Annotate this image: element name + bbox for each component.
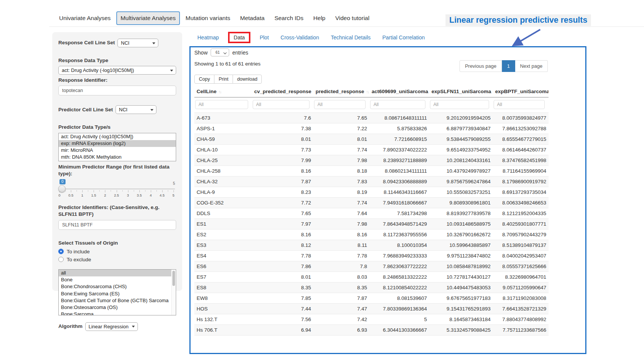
- tissue-option-bone-chondrosarcoma-chs[interactable]: Bone:Chondrosarcoma (CHS): [59, 283, 176, 290]
- table-row: CHLA-327.877.838.094233068888899.8756759…: [194, 176, 549, 187]
- data-type-option-mth[interactable]: mth: DNA 850K Methylation: [59, 154, 176, 161]
- next-page-button[interactable]: Next page: [515, 60, 548, 72]
- column-header-predicted-response[interactable]: predicted_response↑↓: [313, 86, 369, 97]
- column-filter-input[interactable]: [430, 100, 489, 109]
- cell-value: 7.86434948571429: [369, 219, 429, 229]
- slider-tick-label: 1.5: [91, 193, 96, 197]
- radio-icon[interactable]: [58, 249, 64, 254]
- radio-option-to-exclude[interactable]: To exclude: [58, 257, 176, 262]
- cell-value: 7.8: [313, 261, 369, 272]
- chevron-down-icon: [150, 109, 153, 111]
- page-number-button[interactable]: 1: [502, 60, 515, 72]
- slider-tick: [145, 190, 145, 192]
- download-button[interactable]: download: [233, 75, 262, 84]
- slider-tick: [139, 190, 140, 192]
- tissue-option-bone-sarcoma[interactable]: Bone:Sarcoma: [59, 311, 176, 315]
- response-data-type-select[interactable]: act: Drug Activity (-log10[IC50M]): [58, 66, 176, 75]
- column-header-cellline[interactable]: CellLine↑↓: [194, 86, 252, 97]
- cell-value: 8.81939277839578: [429, 208, 493, 219]
- table-row: COG-E-3527.727.747.949316180666679.80893…: [194, 198, 549, 208]
- predictor-identifiers-input[interactable]: [58, 220, 176, 230]
- cell-line-name: Hs 706.T: [194, 325, 252, 335]
- column-filter-input[interactable]: [253, 100, 309, 109]
- cell-value: 8.35: [252, 282, 313, 293]
- copy-button[interactable]: Copy: [194, 75, 214, 84]
- cell-value: 5.31324579088425: [429, 325, 493, 335]
- tissue-option-bone-giant-cell-tumor-of-bone-gctb-sarcoma[interactable]: Bone:Giant Cell Tumor of Bone (GCTB) Sar…: [59, 297, 176, 304]
- nav-tab-univariate-analyses[interactable]: Univariate Analyses: [55, 11, 115, 25]
- cell-value: 7.581734298: [369, 208, 429, 219]
- predictor-cell-line-set-select[interactable]: NCI: [116, 105, 156, 114]
- column-filter-input[interactable]: [195, 100, 248, 109]
- nav-tab-search-ids[interactable]: Search IDs: [270, 11, 308, 25]
- column-header-act609699-unisarcoma[interactable]: act609699_uniSarcoma↑↓: [369, 86, 429, 97]
- nav-divider: [49, 27, 644, 27]
- column-header-cv-predicted-response[interactable]: cv_predicted_response↑↓: [252, 86, 313, 97]
- show-entries-select[interactable]: 61: [211, 48, 229, 56]
- cell-value: 7.83: [313, 176, 369, 187]
- cell-value: 8.23: [252, 187, 313, 198]
- tissue-option-bone-ewing-sarcoma-es[interactable]: Bone:Ewing Sarcoma (ES): [59, 290, 176, 297]
- response-data-type-label: Response Data Type: [58, 57, 176, 64]
- cell-value: 7.96883949233333: [369, 251, 429, 261]
- algorithm-select[interactable]: Linear Regression: [85, 322, 138, 331]
- tissue-option-bone[interactable]: Bone: [59, 276, 176, 283]
- nav-tab-metadata[interactable]: Metadata: [236, 11, 269, 25]
- cell-line-name: A-673: [194, 113, 252, 123]
- cell-value: 9.8089308961801: [429, 198, 493, 208]
- tissue-list[interactable]: allBoneBone:Chondrosarcoma (CHS)Bone:Ewi…: [58, 269, 176, 315]
- scrollbar-track[interactable]: [171, 270, 176, 315]
- nav-tab-help[interactable]: Help: [309, 11, 330, 25]
- slider-tick-label: 4: [150, 193, 152, 197]
- cell-value: 8.06146464260737: [493, 145, 549, 155]
- data-type-option-mir[interactable]: mir: MicroRNA: [59, 147, 176, 154]
- tissue-option-all[interactable]: all: [59, 270, 176, 276]
- table-row: ES38.128.118.10001035410.5996438858978.5…: [194, 240, 549, 251]
- cell-value: 8.00735993824977: [493, 113, 549, 123]
- data-type-option-exp[interactable]: exp: mRNA Expression (log2): [59, 140, 176, 147]
- cell-value: 7.65: [313, 113, 369, 123]
- cell-value: 7.87: [252, 176, 313, 187]
- scrollbar-thumb[interactable]: [172, 271, 175, 286]
- print-button[interactable]: Print: [214, 75, 233, 84]
- cell-value: 10.0931486588975: [429, 219, 493, 229]
- cell-value: 6.93: [313, 325, 369, 335]
- cell-value: 10.7278174430127: [429, 272, 493, 282]
- table-row: ES67.867.87.8623063772222210.08584878189…: [194, 261, 549, 272]
- nav-tab-multivariate-analyses[interactable]: Multivariate Analyses: [116, 11, 180, 25]
- cell-value: 7.74: [313, 198, 369, 208]
- table-row: Hs 706.T6.946.936.304413033666675.313245…: [194, 325, 549, 335]
- tab-partial-correlation[interactable]: Partial Correlation: [379, 33, 428, 42]
- nav-tab-video-tutorial[interactable]: Video tutorial: [331, 11, 374, 25]
- data-type-option-act[interactable]: act: Drug Activity (-log10[IC50M]): [59, 133, 176, 140]
- show-entries-value: 61: [216, 50, 220, 55]
- nav-tab-mutation-variants[interactable]: Mutation variants: [181, 11, 234, 25]
- slider-handle[interactable]: [58, 185, 66, 192]
- cell-value: 10.3267901662672: [429, 229, 493, 240]
- previous-page-button[interactable]: Previous page: [460, 60, 502, 72]
- tab-technical-details[interactable]: Technical Details: [327, 33, 374, 42]
- cell-value: 8.12121952004335: [493, 208, 549, 219]
- cell-value: 9.87567596247864: [429, 176, 493, 187]
- radio-icon[interactable]: [58, 257, 64, 262]
- column-header-expslfn11-unisarcoma[interactable]: expSLFN11_uniSarcoma↑↓: [429, 86, 493, 97]
- cell-value: 10.2081240433161: [429, 155, 493, 166]
- tissue-option-bone-osteosarcoma-os[interactable]: Bone:Osteosarcoma (OS): [59, 304, 176, 311]
- response-identifier-input[interactable]: [58, 86, 176, 95]
- response-cell-line-set-select[interactable]: NCI: [117, 39, 158, 47]
- tab-cross-validation[interactable]: Cross-Validation: [277, 33, 323, 42]
- cell-value: 9.67675651977183: [429, 293, 493, 304]
- min-predictor-range-slider[interactable]: 0 5 00.511.522.533.544.55: [59, 179, 175, 199]
- column-filter-input[interactable]: [370, 100, 425, 109]
- cell-value: 7.99: [252, 155, 313, 166]
- tab-plot[interactable]: Plot: [256, 33, 272, 42]
- radio-option-to-include[interactable]: To include: [58, 249, 176, 254]
- tab-heatmap[interactable]: Heatmap: [194, 33, 222, 42]
- cell-line-name: ES7: [194, 272, 252, 282]
- column-header-expbptf-unisarcoma[interactable]: expBPTF_uniSarcoma↑↓: [493, 86, 549, 97]
- column-filter-input[interactable]: [314, 100, 366, 109]
- predictor-data-type-list[interactable]: act: Drug Activity (-log10[IC50M])exp: m…: [58, 133, 176, 161]
- table-row: A-6737.67.658.086716483111119.2012091959…: [194, 113, 549, 123]
- tab-data[interactable]: Data: [228, 32, 251, 43]
- column-filter-input[interactable]: [494, 100, 545, 109]
